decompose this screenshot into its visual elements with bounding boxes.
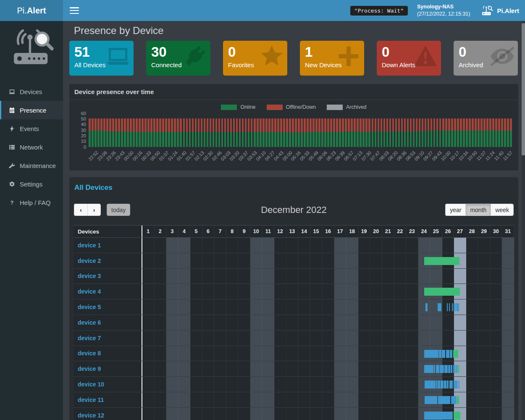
presence-event-session[interactable] xyxy=(447,381,449,388)
chart-bar xyxy=(183,118,185,147)
device-link[interactable]: device 4 xyxy=(78,288,101,295)
chart-bar xyxy=(327,118,329,147)
device-link[interactable]: device 6 xyxy=(78,319,101,326)
presence-event-session[interactable] xyxy=(436,365,439,373)
chart-bar xyxy=(277,118,279,147)
chart-bar xyxy=(345,118,347,147)
presence-event-session[interactable] xyxy=(424,365,433,373)
sidebar-item-events[interactable]: Events xyxy=(0,119,63,138)
day-column-3 xyxy=(166,377,178,392)
presence-event-session[interactable] xyxy=(447,303,448,311)
device-link[interactable]: device 7 xyxy=(78,335,101,341)
device-link[interactable]: device 10 xyxy=(78,381,104,388)
chart-bar xyxy=(274,118,276,147)
presence-event-current[interactable] xyxy=(457,365,459,373)
presence-event-session[interactable] xyxy=(449,381,453,388)
presence-event-session[interactable] xyxy=(434,365,435,373)
calendar-view-week-button[interactable]: week xyxy=(491,204,514,216)
presence-event-session[interactable] xyxy=(441,381,444,388)
day-column-18 xyxy=(346,346,358,361)
presence-event-session[interactable] xyxy=(451,396,457,404)
device-link[interactable]: device 3 xyxy=(78,273,101,279)
stat-card-archived[interactable]: 0Archived xyxy=(454,41,518,76)
sidebar-item-network[interactable]: Network xyxy=(0,138,63,156)
presence-event-session[interactable] xyxy=(448,365,450,373)
presence-event-session[interactable] xyxy=(444,381,446,388)
presence-event-session[interactable] xyxy=(454,381,456,388)
presence-event-session[interactable] xyxy=(425,381,436,388)
legend-item-online[interactable]: Online xyxy=(221,104,255,110)
day-column-1 xyxy=(142,284,155,299)
sidebar-toggle-button[interactable] xyxy=(70,7,79,14)
x-tick-label: 06:23 xyxy=(325,150,337,162)
presence-event-session[interactable] xyxy=(439,350,441,358)
device-name-cell: device 2 xyxy=(74,253,142,268)
day-column-17 xyxy=(334,331,346,346)
presence-event-session[interactable] xyxy=(425,303,428,311)
presence-event-current[interactable] xyxy=(454,412,460,420)
device-link[interactable]: device 12 xyxy=(78,412,104,419)
device-link[interactable]: device 8 xyxy=(78,350,101,357)
device-link[interactable]: device 2 xyxy=(78,257,101,264)
sidebar-item-devices[interactable]: Devices xyxy=(0,82,63,101)
brand-logo[interactable]: Pi.Alert xyxy=(0,0,63,21)
presence-event-session[interactable] xyxy=(442,350,445,358)
day-column-12 xyxy=(274,299,286,315)
presence-event-current[interactable] xyxy=(457,396,459,404)
presence-event-session[interactable] xyxy=(438,303,441,311)
chart-bar xyxy=(469,118,471,147)
scrollbar-track[interactable] xyxy=(522,21,525,420)
sidebar-item-settings[interactable]: Settings xyxy=(0,175,63,193)
stat-card-favorites[interactable]: 0Favorites xyxy=(223,41,287,76)
presence-event-session[interactable] xyxy=(459,381,459,388)
presence-event-session[interactable] xyxy=(452,303,453,311)
device-link[interactable]: device 1 xyxy=(78,242,101,249)
presence-event-session[interactable] xyxy=(456,365,457,373)
stat-card-new-devices[interactable]: 1New Devices xyxy=(300,41,364,76)
device-link[interactable]: device 5 xyxy=(78,304,101,310)
day-column-12 xyxy=(274,253,286,268)
presence-event-session[interactable] xyxy=(424,412,453,420)
sidebar-item-presence[interactable]: Presence xyxy=(0,101,63,119)
device-link[interactable]: device 11 xyxy=(78,396,104,403)
presence-calendar-panel: All Devices ‹ › today December 2022 year… xyxy=(69,177,518,420)
stat-card-all-devices[interactable]: 51All Devices xyxy=(69,41,134,76)
day-number: 31 xyxy=(502,226,514,237)
presence-event-session[interactable] xyxy=(444,365,447,373)
presence-event-session[interactable] xyxy=(454,303,456,311)
presence-event-session[interactable] xyxy=(438,381,440,388)
presence-event-current[interactable] xyxy=(424,257,459,265)
day-number: 16 xyxy=(322,226,334,237)
calendar-view-month-button[interactable]: month xyxy=(465,204,491,216)
stat-card-connected[interactable]: 30Connected xyxy=(146,41,210,76)
day-column-4 xyxy=(178,253,191,268)
presence-event-session[interactable] xyxy=(453,365,455,373)
presence-event-session[interactable] xyxy=(456,381,457,388)
stat-card-down-alerts[interactable]: 0Down Alerts xyxy=(377,41,441,76)
presence-event-session[interactable] xyxy=(436,381,437,388)
presence-event-session[interactable] xyxy=(450,350,452,358)
presence-event-current[interactable] xyxy=(424,288,460,296)
sidebar-item-maintenance[interactable]: Maintenance xyxy=(0,156,63,175)
legend-label: Offline/Down xyxy=(286,104,316,110)
presence-event-session[interactable] xyxy=(449,303,450,311)
device-link[interactable]: device 9 xyxy=(78,365,101,372)
presence-event-current[interactable] xyxy=(453,350,458,358)
scrollbar-thumb[interactable] xyxy=(522,23,525,155)
presence-event-session[interactable] xyxy=(440,365,444,373)
sidebar-item-help-faq[interactable]: ?Help / FAQ xyxy=(0,193,63,212)
presence-event-session[interactable] xyxy=(424,350,438,358)
day-column-4 xyxy=(178,331,191,346)
presence-event-session[interactable] xyxy=(458,381,459,388)
presence-event-session[interactable] xyxy=(456,303,459,311)
presence-event-session[interactable] xyxy=(451,365,452,373)
calendar-view-year-button[interactable]: year xyxy=(445,204,465,216)
presence-event-session[interactable] xyxy=(446,350,449,358)
device-row-device-12: device 12 xyxy=(74,408,514,420)
presence-event-session[interactable] xyxy=(438,396,450,404)
legend-item-offline-down[interactable]: Offline/Down xyxy=(267,104,316,110)
navbar-app-link[interactable]: Pi.Alert xyxy=(481,5,519,16)
day-column-11 xyxy=(262,377,274,392)
legend-item-archived[interactable]: Archived xyxy=(327,104,367,110)
presence-event-session[interactable] xyxy=(425,396,437,404)
